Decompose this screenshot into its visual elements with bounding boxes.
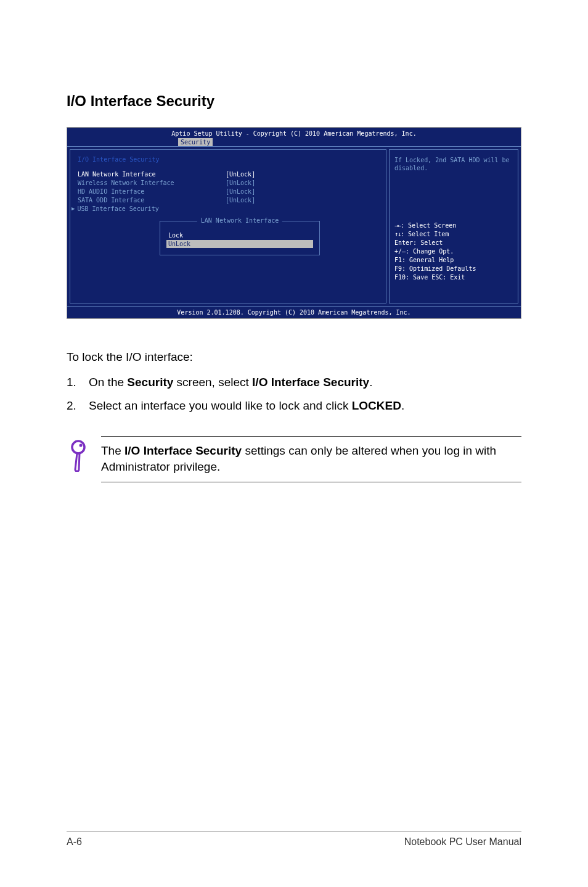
bold-text: Security	[127, 376, 173, 389]
step-number: 2.	[67, 397, 89, 415]
svg-point-1	[80, 444, 83, 447]
bios-tab-security: Security	[178, 138, 213, 146]
bios-item-value: [UnLock]	[226, 170, 255, 179]
manual-title: Notebook PC User Manual	[404, 836, 521, 848]
bios-header: Aptio Setup Utility - Copyright (C) 2010…	[67, 128, 521, 138]
bold-text: LOCKED	[352, 399, 401, 412]
text: .	[401, 399, 404, 412]
bios-popup-title: LAN Network Interface	[197, 217, 282, 224]
bios-item-label: HD AUDIO Interface	[78, 188, 226, 196]
bios-footer: Version 2.01.1208. Copyright (C) 2010 Am…	[67, 306, 521, 318]
bios-popup-option-unlock: UnLock	[166, 240, 313, 248]
bios-item-sata: SATA ODD Interface [UnLock]	[78, 196, 378, 205]
text: The	[101, 444, 125, 457]
bios-item-usb: ▶ USB Interface Security	[71, 205, 378, 213]
text: Select an interface you would like to lo…	[89, 399, 352, 412]
key-label: F10: Save ESC: Exit	[394, 273, 513, 282]
page-footer: A-6 Notebook PC User Manual	[67, 831, 521, 848]
bios-right-panel: If Locked, 2nd SATA HDD will be disabled…	[389, 149, 518, 303]
key-label: +/—: Change Opt.	[394, 247, 513, 256]
note-text: The I/O Interface Security settings can …	[101, 436, 521, 482]
step-number: 1.	[67, 374, 89, 392]
key-label: F9: Optimized Defaults	[394, 265, 513, 273]
bios-item-wireless: Wireless Network Interface [UnLock]	[78, 179, 378, 188]
bios-item-value: [UnLock]	[226, 179, 255, 188]
arrows-ud-icon: ↑↓	[394, 230, 401, 239]
note-callout: The I/O Interface Security settings can …	[67, 436, 521, 482]
bios-key-legend: →←: Select Screen ↑↓: Select Item Enter:…	[394, 221, 513, 282]
bold-text: I/O Interface Security	[252, 376, 369, 389]
bios-screenshot: Aptio Setup Utility - Copyright (C) 2010…	[67, 127, 521, 319]
bios-item-hdaudio: HD AUDIO Interface [UnLock]	[78, 188, 378, 196]
bios-tab-row: Security	[67, 138, 521, 146]
bios-item-label: LAN Network Interface	[78, 170, 226, 179]
bios-popup: LAN Network Interface Lock UnLock	[160, 221, 320, 255]
page-number: A-6	[67, 836, 82, 848]
bios-panel-heading: I/O Interface Security	[78, 156, 378, 163]
key-label: Select Item	[408, 231, 449, 237]
text: screen, select	[173, 376, 252, 389]
bios-item-value: [UnLock]	[226, 196, 255, 205]
magnifying-glass-icon	[67, 436, 101, 474]
bios-item-label: USB Interface Security	[77, 205, 219, 213]
instruction-block: To lock the I/O interface: 1. On the Sec…	[67, 349, 521, 415]
svg-point-0	[72, 441, 84, 453]
bios-item-label: Wireless Network Interface	[78, 179, 226, 188]
triangle-right-icon: ▶	[71, 205, 75, 213]
key-label: Select Screen	[408, 222, 456, 229]
step-text: On the Security screen, select I/O Inter…	[89, 374, 521, 392]
bios-popup-option-lock: Lock	[166, 231, 313, 239]
bios-item-value: [UnLock]	[226, 188, 255, 196]
key-label: Enter: Select	[394, 239, 513, 247]
bios-item-lan: LAN Network Interface [UnLock]	[78, 170, 378, 179]
bios-help-text: If Locked, 2nd SATA HDD will be disabled…	[394, 156, 513, 172]
key-label: F1: General Help	[394, 256, 513, 265]
bold-text: I/O Interface Security	[125, 444, 242, 457]
bios-item-label: SATA ODD Interface	[78, 196, 226, 205]
bios-body: I/O Interface Security LAN Network Inter…	[67, 146, 521, 306]
bios-left-panel: I/O Interface Security LAN Network Inter…	[70, 149, 386, 303]
section-heading: I/O Interface Security	[67, 93, 521, 110]
instruction-lead: To lock the I/O interface:	[67, 349, 521, 366]
text: On the	[89, 376, 127, 389]
text: .	[369, 376, 372, 389]
instruction-step-2: 2. Select an interface you would like to…	[67, 397, 521, 415]
step-text: Select an interface you would like to lo…	[89, 397, 521, 415]
instruction-step-1: 1. On the Security screen, select I/O In…	[67, 374, 521, 392]
arrows-lr-icon: →←	[394, 221, 401, 230]
